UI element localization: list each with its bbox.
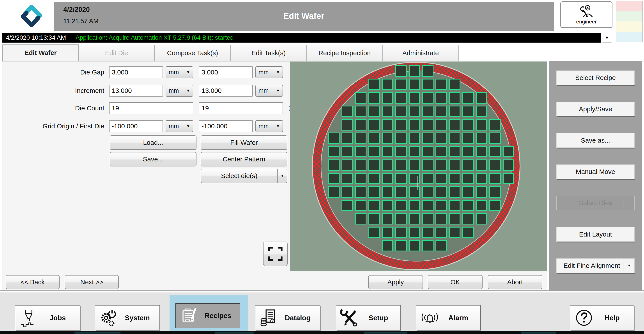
wafer-die[interactable] — [396, 106, 407, 117]
die-count-x-stepper[interactable]: ▲▼ — [109, 102, 193, 114]
select-recipe-button[interactable]: Select Recipe — [556, 70, 634, 85]
wafer-die[interactable] — [355, 200, 366, 211]
wafer-die[interactable] — [342, 132, 353, 144]
wafer-die[interactable] — [355, 106, 366, 117]
grid-origin-y-unit-select[interactable]: mm▼ — [256, 120, 283, 132]
grid-origin-x-input[interactable] — [109, 120, 163, 132]
die-count-y-input[interactable] — [199, 104, 288, 112]
wafer-die[interactable] — [449, 227, 460, 238]
wafer-die[interactable] — [368, 92, 380, 104]
wafer-die[interactable] — [462, 200, 474, 211]
wafer-die[interactable] — [503, 173, 514, 184]
increment-x-input[interactable] — [109, 85, 163, 96]
wafer-die[interactable] — [328, 146, 340, 157]
wafer-die[interactable] — [382, 173, 393, 184]
tab-edit-tasks[interactable]: Edit Task(s) — [230, 45, 307, 61]
wafer-die[interactable] — [462, 186, 474, 198]
wafer-die[interactable] — [489, 119, 501, 130]
wafer-die[interactable] — [489, 146, 501, 157]
wafer-die[interactable] — [382, 160, 393, 171]
grid-origin-y-input[interactable] — [199, 120, 253, 132]
ok-button[interactable]: OK — [428, 275, 482, 289]
center-pattern-button[interactable]: Center Pattern — [201, 152, 288, 166]
wafer-die[interactable] — [422, 186, 434, 198]
wafer-die[interactable] — [449, 92, 460, 104]
wafer-die[interactable] — [449, 186, 460, 198]
die-gap-y-unit-select[interactable]: mm▼ — [256, 66, 283, 78]
wafer-die[interactable] — [396, 92, 407, 104]
wafer-die[interactable] — [396, 65, 407, 77]
wafer-die[interactable] — [355, 119, 366, 130]
wafer-die[interactable] — [355, 186, 366, 198]
manual-move-button[interactable]: Manual Move — [556, 164, 634, 179]
save-button[interactable]: Save... — [110, 152, 196, 166]
user-role-button[interactable]: engineer — [560, 1, 612, 28]
wafer-die[interactable] — [355, 213, 366, 224]
increment-y-input[interactable] — [199, 85, 253, 96]
wafer-die[interactable] — [342, 186, 353, 198]
wafer-die[interactable] — [422, 200, 434, 211]
wafer-die[interactable] — [476, 119, 487, 130]
wafer-die[interactable] — [396, 79, 407, 90]
die-count-y-stepper[interactable]: ▲▼ — [199, 102, 283, 114]
wafer-die[interactable] — [422, 240, 434, 252]
wafer-die[interactable] — [409, 106, 420, 117]
wafer-die[interactable] — [368, 200, 380, 211]
wafer-die[interactable] — [382, 213, 393, 224]
die-gap-x-unit-select[interactable]: mm▼ — [166, 66, 193, 78]
wafer-die[interactable] — [436, 106, 447, 117]
wafer-die[interactable] — [396, 160, 407, 171]
apply-save-button[interactable]: Apply/Save — [556, 102, 634, 116]
wafer-die[interactable] — [355, 160, 366, 171]
wafer-die[interactable] — [449, 160, 460, 171]
nav-alarm-button[interactable]: Alarm — [416, 305, 480, 330]
nav-system-button[interactable]: System — [95, 305, 160, 330]
load-button[interactable]: Load... — [110, 135, 196, 150]
wafer-die[interactable] — [355, 132, 366, 144]
wafer-die[interactable] — [409, 240, 420, 252]
die-gap-y-input[interactable] — [199, 66, 253, 78]
wafer-die[interactable] — [489, 173, 501, 184]
wafer-die[interactable] — [328, 160, 340, 171]
wafer-die[interactable] — [449, 200, 460, 211]
wafer-die[interactable] — [382, 186, 393, 198]
wafer-die[interactable] — [368, 146, 380, 157]
wafer-die[interactable] — [436, 213, 447, 224]
wafer-die[interactable] — [489, 132, 501, 144]
die-count-x-input[interactable] — [110, 104, 198, 112]
chevron-down-icon[interactable]: ▼ — [627, 264, 631, 268]
wafer-die[interactable] — [382, 227, 393, 238]
wafer-die[interactable] — [462, 213, 474, 224]
select-dies-dropdown-arrow[interactable]: ▼ — [277, 169, 287, 183]
next-button[interactable]: Next >> — [65, 275, 119, 289]
wafer-die[interactable] — [355, 146, 366, 157]
wafer-die[interactable] — [503, 146, 514, 157]
wafer-die[interactable] — [409, 65, 420, 77]
tab-administrate[interactable]: Administrate — [382, 45, 459, 61]
wafer-die[interactable] — [368, 79, 380, 90]
wafer-die[interactable] — [462, 106, 474, 117]
increment-y-unit-select[interactable]: mm▼ — [256, 85, 283, 96]
wafer-die[interactable] — [436, 146, 447, 157]
wafer-die[interactable] — [476, 173, 487, 184]
wafer-die[interactable] — [342, 173, 353, 184]
wafer-die[interactable] — [368, 173, 380, 184]
back-button[interactable]: << Back — [6, 275, 60, 289]
wafer-die[interactable] — [449, 79, 460, 90]
select-dies-split-button[interactable]: Select die(s) ▼ — [201, 169, 288, 183]
wafer-die[interactable] — [342, 200, 353, 211]
apply-button[interactable]: Apply — [368, 275, 423, 289]
nav-recipes-button[interactable]: Recipes — [176, 303, 240, 328]
wafer-die[interactable] — [436, 186, 447, 198]
wafer-die[interactable] — [489, 200, 501, 211]
wafer-die[interactable] — [409, 119, 420, 130]
wafer-die[interactable] — [422, 79, 434, 90]
wafer-die[interactable] — [436, 227, 447, 238]
wafer-die[interactable] — [382, 240, 393, 252]
wafer-die[interactable] — [382, 119, 393, 130]
wafer-die[interactable] — [355, 92, 366, 104]
wafer-die[interactable] — [368, 119, 380, 130]
wafer-die[interactable] — [449, 146, 460, 157]
nav-help-button[interactable]: Help — [570, 305, 634, 330]
wafer-die[interactable] — [409, 92, 420, 104]
